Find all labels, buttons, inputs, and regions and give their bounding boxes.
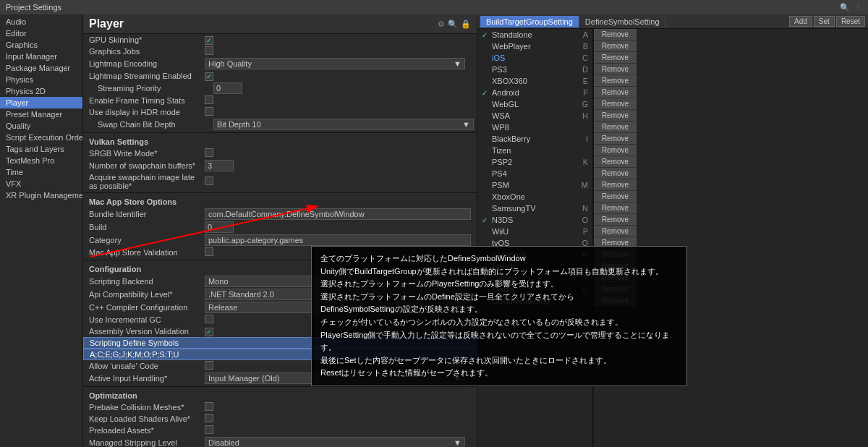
bundle-id-row: Bundle Identifier <box>83 208 477 221</box>
tab-define-symbol[interactable]: DefineSymbolSetting <box>579 16 666 27</box>
platform-item-ios[interactable]: iOSC <box>477 52 592 64</box>
prebake-label: Prebake Collision Meshes* <box>89 403 205 412</box>
sidebar-item-graphics[interactable]: Graphics <box>0 39 82 51</box>
remove-btn-ios[interactable]: Remove <box>594 52 637 64</box>
sidebar-item-script-exec[interactable]: Script Execution Order <box>0 132 82 143</box>
graphics-jobs-row: Graphics Jobs <box>83 46 477 57</box>
prebake-row: Prebake Collision Meshes* <box>83 401 477 413</box>
graphics-jobs-checkbox[interactable] <box>205 46 213 55</box>
set-button[interactable]: Set <box>814 16 835 27</box>
remove-btn-tizen[interactable]: Remove <box>594 145 637 156</box>
platform-item-xbox360[interactable]: XBOX360E <box>477 75 592 87</box>
platform-item-tizen[interactable]: Tizen <box>477 145 592 156</box>
remove-btn-xboxone[interactable]: Remove <box>594 191 637 203</box>
preloaded-assets-row: Preloaded Assets* <box>83 425 477 436</box>
platform-name-standalone: Standalone <box>492 30 578 39</box>
sidebar-item-xr[interactable]: XR Plugin Management <box>0 190 82 201</box>
category-input[interactable] <box>205 234 471 246</box>
remove-btn-wp8[interactable]: Remove <box>594 122 637 133</box>
build-input[interactable] <box>205 221 234 233</box>
sidebar-item-audio[interactable]: Audio <box>0 16 82 27</box>
platform-item-psm[interactable]: PSMM <box>477 179 592 191</box>
remove-btn-ps4[interactable]: Remove <box>594 168 637 179</box>
sidebar-item-physics[interactable]: Physics <box>0 74 82 85</box>
sidebar-item-vfx[interactable]: VFX <box>0 178 82 190</box>
remove-btn-xbox360[interactable]: Remove <box>594 75 637 87</box>
sidebar-item-physics2d[interactable]: Physics 2D <box>0 85 82 97</box>
lock-icon[interactable]: 🔒 <box>461 20 471 29</box>
platform-item-standalone[interactable]: ✓StandaloneA <box>477 29 592 41</box>
preloaded-assets-checkbox[interactable] <box>205 425 213 434</box>
sidebar-item-time[interactable]: Time <box>0 166 82 178</box>
prebake-checkbox[interactable] <box>205 402 213 411</box>
platform-item-ps4[interactable]: PS4 <box>477 168 592 179</box>
keep-shaders-checkbox[interactable] <box>205 414 213 422</box>
platform-letter-webplayer: B <box>578 42 588 51</box>
mac-validation-checkbox[interactable] <box>205 247 213 256</box>
platform-item-blackberry[interactable]: BlackBerryI <box>477 133 592 145</box>
remove-btn-webgl[interactable]: Remove <box>594 98 637 110</box>
hdr-checkbox[interactable] <box>205 107 213 116</box>
frame-timing-checkbox[interactable] <box>205 95 213 104</box>
remove-btn-webplayer[interactable]: Remove <box>594 41 637 52</box>
platform-letter-standalone: A <box>578 30 588 39</box>
remove-btn-ps3[interactable]: Remove <box>594 64 637 75</box>
remove-btn-blackberry[interactable]: Remove <box>594 133 637 145</box>
lightmap-streaming-checkbox[interactable] <box>205 72 213 81</box>
swapchain-buffers-input[interactable] <box>205 160 234 171</box>
reset-button[interactable]: Reset <box>836 16 865 27</box>
platform-item-samsungtv[interactable]: SamsungTVN <box>477 203 592 214</box>
search-icon2[interactable]: 🔍 <box>448 20 458 29</box>
sidebar-item-textmesh[interactable]: TextMesh Pro <box>0 155 82 166</box>
bundle-id-input[interactable] <box>205 208 471 220</box>
remove-btn-android[interactable]: Remove <box>594 87 637 98</box>
add-button[interactable]: Add <box>789 16 812 27</box>
gpu-skinning-value[interactable] <box>205 35 471 45</box>
lightmap-encoding-dropdown[interactable]: High Quality▼ <box>205 58 465 69</box>
vulkan-section-header: Vulkan Settings <box>83 135 477 148</box>
title-bar-icons: 🔍 ⋮ <box>840 3 862 12</box>
incremental-gc-checkbox[interactable] <box>205 315 213 323</box>
api-compat-label: Api Compatibility Level* <box>89 290 205 299</box>
scripting-define-label: Scripting Define Symbols <box>90 339 205 347</box>
acquire-swapchain-checkbox[interactable] <box>205 176 213 185</box>
sidebar-item-package-manager[interactable]: Package Manager <box>0 62 82 74</box>
platform-item-psp2[interactable]: PSP2K <box>477 156 592 168</box>
platform-item-webplayer[interactable]: WebPlayerB <box>477 41 592 52</box>
platform-item-webgl[interactable]: WebGLG <box>477 98 592 110</box>
gpu-skinning-checkbox[interactable] <box>205 36 213 45</box>
graphics-jobs-value[interactable] <box>205 46 471 56</box>
streaming-priority-input[interactable] <box>213 82 242 94</box>
platform-letter-psm: M <box>578 181 588 190</box>
remove-btn-wsa[interactable]: Remove <box>594 110 637 122</box>
platform-item-n3ds[interactable]: ✓N3DSO <box>477 214 592 226</box>
remove-btn-psm[interactable]: Remove <box>594 179 637 191</box>
remove-btn-wiiu[interactable]: Remove <box>594 226 637 237</box>
stripping-dropdown[interactable]: Disabled▼ <box>205 437 465 447</box>
platform-item-wiiu[interactable]: WiiUP <box>477 226 592 237</box>
sidebar-item-tags[interactable]: Tags and Layers <box>0 143 82 155</box>
sidebar-item-editor[interactable]: Editor <box>0 27 82 39</box>
platform-letter-ps3: D <box>578 65 588 74</box>
srgb-checkbox[interactable] <box>205 148 213 157</box>
sidebar-item-input-manager[interactable]: Input Manager <box>0 51 82 62</box>
remove-btn-psp2[interactable]: Remove <box>594 156 637 168</box>
keep-shaders-label: Keep Loaded Shaders Alive* <box>89 414 205 423</box>
platform-item-android[interactable]: ✓AndroidF <box>477 87 592 98</box>
assembly-validation-checkbox[interactable] <box>205 328 213 336</box>
remove-btn-standalone[interactable]: Remove <box>594 29 637 41</box>
sidebar-item-preset-manager[interactable]: Preset Manager <box>0 108 82 120</box>
platform-item-ps3[interactable]: PS3D <box>477 64 592 75</box>
sidebar-item-quality[interactable]: Quality <box>0 120 82 132</box>
platform-item-xboxone[interactable]: XboxOne <box>477 191 592 203</box>
sidebar-item-player[interactable]: Player <box>0 97 82 108</box>
settings-icon[interactable]: ⚙ <box>438 20 445 29</box>
lightmap-encoding-value[interactable]: High Quality▼ <box>205 58 471 69</box>
unsafe-code-checkbox[interactable] <box>205 361 213 370</box>
remove-btn-n3ds[interactable]: Remove <box>594 214 637 226</box>
platform-item-wp8[interactable]: WP8 <box>477 122 592 133</box>
platform-item-wsa[interactable]: WSAH <box>477 110 592 122</box>
tab-build-target-group[interactable]: BuildTargetGroupSetting <box>480 16 579 27</box>
swap-chain-dropdown[interactable]: Bit Depth 10▼ <box>213 119 474 130</box>
remove-btn-samsungtv[interactable]: Remove <box>594 203 637 214</box>
